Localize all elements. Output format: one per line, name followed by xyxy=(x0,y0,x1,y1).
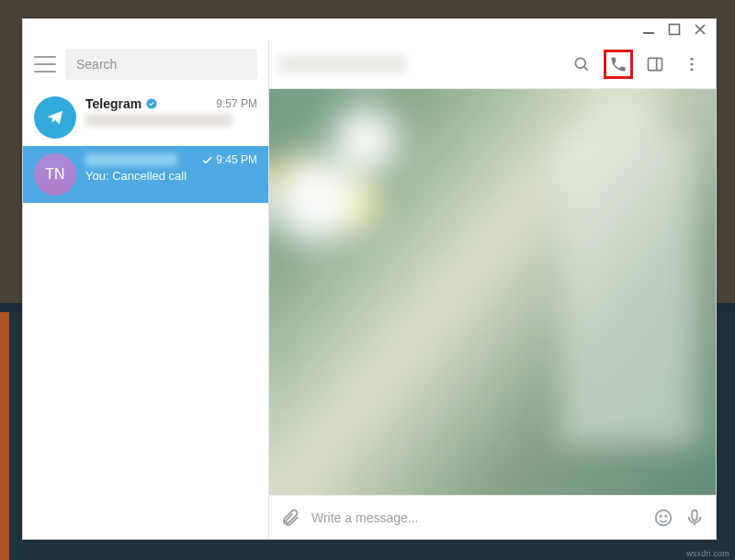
app-window: Search Telegram xyxy=(22,18,717,540)
chat-header xyxy=(269,39,716,89)
phone-icon[interactable] xyxy=(604,50,633,79)
search-input[interactable]: Search xyxy=(65,49,257,80)
sidebar: Search Telegram xyxy=(23,39,269,539)
chat-time: 9:57 PM xyxy=(216,97,257,110)
chat-area[interactable] xyxy=(269,89,716,495)
message-input[interactable]: Write a message... xyxy=(311,510,642,525)
chat-name: Telegram xyxy=(85,96,158,111)
message-placeholder: Write a message... xyxy=(311,510,418,525)
svg-rect-0 xyxy=(643,32,654,34)
svg-point-7 xyxy=(656,510,672,525)
sidebar-top: Search xyxy=(23,39,268,89)
watermark: wsxdn.com xyxy=(686,549,729,558)
chat-preview: You: Cancelled call xyxy=(85,169,257,183)
svg-point-2 xyxy=(575,58,585,68)
chat-name-text: Telegram xyxy=(85,96,141,111)
svg-point-8 xyxy=(661,515,662,516)
svg-point-9 xyxy=(665,515,666,516)
chat-name-redacted xyxy=(85,153,177,166)
chat-header-name-redacted xyxy=(278,55,407,73)
avatar-telegram xyxy=(34,96,76,139)
chat-time: 9:45 PM xyxy=(201,153,257,166)
main-pane: Write a message... xyxy=(269,39,716,539)
avatar-tn: TN xyxy=(34,153,76,196)
svg-point-4 xyxy=(691,57,694,60)
titlebar xyxy=(23,19,716,39)
svg-point-5 xyxy=(691,62,694,65)
chat-preview-redacted xyxy=(85,114,232,127)
close-icon[interactable] xyxy=(694,23,707,36)
search-icon[interactable] xyxy=(567,50,596,79)
search-placeholder: Search xyxy=(76,57,117,72)
svg-rect-1 xyxy=(670,25,680,35)
svg-point-6 xyxy=(691,68,694,71)
chat-time-text: 9:45 PM xyxy=(216,153,257,166)
verified-icon xyxy=(145,97,158,110)
svg-rect-3 xyxy=(649,58,662,70)
mic-icon[interactable] xyxy=(684,508,705,528)
emoji-icon[interactable] xyxy=(653,508,673,528)
menu-icon[interactable] xyxy=(34,56,56,73)
attach-icon[interactable] xyxy=(280,508,300,528)
chat-body: Telegram 9:57 PM xyxy=(85,96,257,139)
chat-item-telegram[interactable]: Telegram 9:57 PM xyxy=(23,89,268,146)
check-icon xyxy=(201,154,213,166)
svg-rect-10 xyxy=(692,510,697,520)
minimize-icon[interactable] xyxy=(642,23,655,36)
more-icon[interactable] xyxy=(677,50,707,79)
chat-item-selected[interactable]: TN 9:45 PM You: Cancelled call xyxy=(23,146,268,203)
composer: Write a message... xyxy=(269,495,716,539)
avatar-initials: TN xyxy=(45,166,64,183)
chat-body: 9:45 PM You: Cancelled call xyxy=(85,153,257,196)
maximize-icon[interactable] xyxy=(668,23,681,36)
sidebar-toggle-icon[interactable] xyxy=(640,50,670,79)
content: Search Telegram xyxy=(23,39,716,539)
